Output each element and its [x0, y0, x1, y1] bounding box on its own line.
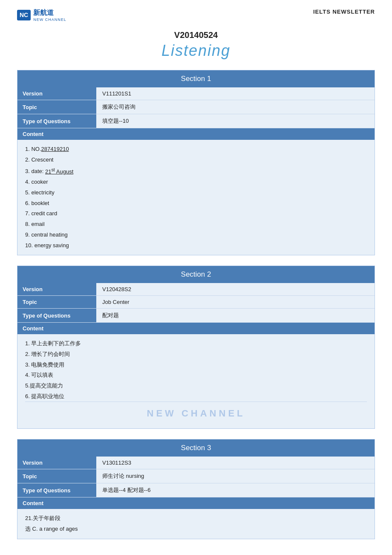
section-3-questions-row: Type of Questions 单选题--4 配对题--6 [17, 483, 375, 497]
section-1-questions-row: Type of Questions 填空题--10 [17, 114, 375, 128]
page-header: NC 新航道 NEW CHANNEL IELTS NEWSLETTER [17, 9, 375, 22]
topic-value: 师生讨论 nursing [96, 469, 375, 483]
section-3-block: Section 3 Version V130112S3 Topic 师生讨论 n… [17, 439, 375, 539]
no-underline: 287419210 [41, 146, 69, 152]
questions-value: 填空题--10 [96, 114, 375, 128]
section-3-version-row: Version V130112S3 [17, 457, 375, 469]
list-item: 选 C. a range of ages [25, 524, 367, 535]
list-item: 7. credit card [25, 208, 367, 219]
list-item: 4. 可以填表 [25, 370, 367, 381]
list-item: 6. 提高职业地位 [25, 391, 367, 402]
topic-label: Topic [17, 469, 96, 483]
section-3-header: Section 3 [17, 439, 375, 457]
logo-en: NEW CHANNEL [33, 17, 66, 22]
list-item: 2. Crescent [25, 155, 367, 165]
list-item: 6. booklet [25, 198, 367, 209]
newsletter-title: IELTS NEWSLETTER [313, 9, 375, 15]
logo-nc-text: NC [20, 12, 28, 18]
section-1-content-body: 1. NO.2874192102. Crescent3. date: 21st … [17, 140, 375, 255]
section-2-topic-row: Topic Job Center [17, 296, 375, 309]
section-1-topic-row: Topic 搬家公司咨询 [17, 100, 375, 114]
version-value: V120428S2 [96, 283, 375, 295]
questions-label: Type of Questions [17, 483, 96, 497]
version-label: Version [17, 283, 96, 295]
list-item: 21.关于年龄段 [25, 513, 367, 524]
version-value: V130112S3 [96, 457, 375, 469]
questions-value: 单选题--4 配对题--6 [96, 483, 375, 497]
logo-nc-box: NC [17, 10, 31, 20]
sections-container: Section 1 Version V111201S1 Topic 搬家公司咨询… [17, 70, 375, 539]
section-2-questions-row: Type of Questions 配对题 [17, 309, 375, 323]
section-2-header: Section 2 [17, 266, 375, 283]
list-item: 10. energy saving [25, 240, 367, 251]
version-value: V111201S1 [96, 87, 375, 100]
topic-label: Topic [17, 296, 96, 308]
list-item: 5. electricity [25, 188, 367, 198]
topic-label: Topic [17, 100, 96, 114]
logo: NC 新航道 NEW CHANNEL [17, 9, 66, 22]
section-1-block: Section 1 Version V111201S1 Topic 搬家公司咨询… [17, 70, 375, 255]
list-item: 4. cooker [25, 177, 367, 188]
list-item: 1. 早上去剩下的工作多 [25, 338, 367, 349]
list-item: 3. date: 21st August [25, 165, 367, 177]
page-version: V20140524 [17, 30, 375, 40]
section-3-topic-row: Topic 师生讨论 nursing [17, 469, 375, 483]
version-label: Version [17, 457, 96, 469]
topic-value: Job Center [96, 296, 375, 308]
section-1-content-label: Content [17, 128, 375, 140]
questions-label: Type of Questions [17, 309, 96, 322]
section-2-block: Section 2 Version V120428S2 Topic Job Ce… [17, 266, 375, 429]
date-underline: 21st August [45, 168, 73, 175]
section-2-watermark: NEW CHANNEL [25, 402, 367, 424]
list-item: 1. NO.287419210 [25, 144, 367, 155]
questions-label: Type of Questions [17, 114, 96, 128]
list-item: 5.提高交流能力 [25, 381, 367, 391]
section-3-content-label: Content [17, 497, 375, 509]
version-label: Version [17, 87, 96, 100]
logo-text-block: 新航道 NEW CHANNEL [33, 9, 66, 22]
topic-value: 搬家公司咨询 [96, 100, 375, 114]
section-2-content-body: 1. 早上去剩下的工作多2. 增长了约会时间3. 电脑免费使用4. 可以填表5.… [17, 334, 375, 428]
section-1-version-row: Version V111201S1 [17, 87, 375, 100]
section-2-content-label: Content [17, 323, 375, 334]
list-item: 3. 电脑免费使用 [25, 360, 367, 370]
section-3-content-body: 21.关于年龄段 选 C. a range of ages [17, 509, 375, 538]
page-title-block: V20140524 Listening [17, 30, 375, 60]
list-item: 9. central heating [25, 230, 367, 240]
section-1-header: Section 1 [17, 70, 375, 87]
section-2-version-row: Version V120428S2 [17, 283, 375, 296]
page-subject: Listening [17, 42, 375, 60]
questions-value: 配对题 [96, 309, 375, 322]
logo-cn: 新航道 [33, 9, 66, 17]
list-item: 8. email [25, 219, 367, 230]
list-item: 2. 增长了约会时间 [25, 349, 367, 360]
